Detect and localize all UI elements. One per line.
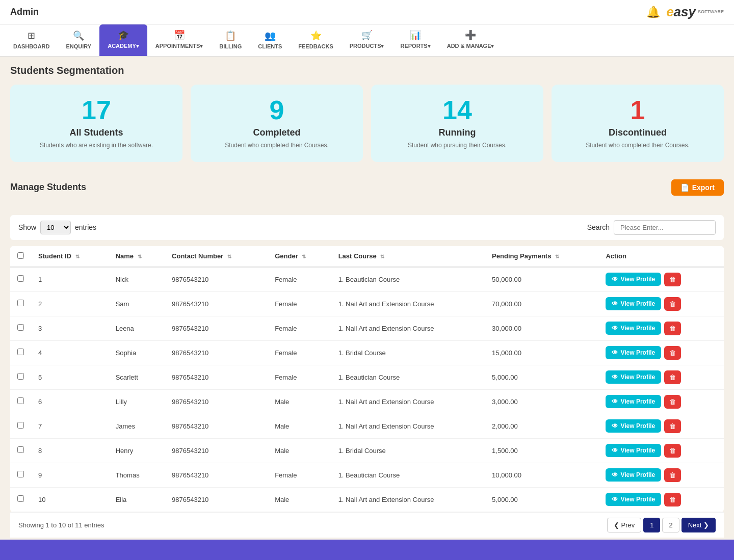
nav-clients[interactable]: 👥 CLIENTS [250, 25, 290, 56]
view-profile-button[interactable]: 👁 View Profile [606, 297, 661, 310]
sort-id-icon[interactable]: ⇅ [75, 254, 80, 259]
view-profile-button[interactable]: 👁 View Profile [606, 419, 661, 433]
show-label: Show [18, 223, 36, 231]
stat-completed-desc: Student who completed their Courses. [201, 141, 353, 150]
eye-icon: 👁 [612, 398, 618, 405]
nav-appointments[interactable]: 📅 APPOINTMENTS▾ [147, 24, 211, 56]
prev-button[interactable]: ❮ Prev [607, 518, 641, 532]
bell-icon[interactable]: 🔔 [646, 6, 660, 19]
delete-button[interactable]: 🗑 [664, 273, 681, 286]
view-profile-label: View Profile [620, 325, 655, 332]
academy-icon: 🎓 [118, 30, 129, 41]
nav-feedbacks[interactable]: ⭐ FEEDBACKS [290, 25, 341, 56]
row-checkbox-6[interactable] [17, 397, 24, 404]
nav-academy[interactable]: 🎓 ACADEMY▾ [99, 24, 147, 56]
sort-course-icon[interactable]: ⇅ [380, 254, 384, 259]
row-checkbox-2[interactable] [17, 300, 24, 306]
stat-discontinued-desc: Student who completed their Courses. [562, 141, 714, 150]
delete-button[interactable]: 🗑 [664, 370, 681, 384]
delete-button[interactable]: 🗑 [664, 468, 681, 482]
cell-name: Henry [109, 438, 165, 463]
nav-dashboard[interactable]: ⊞ DASHBOARD [5, 25, 58, 56]
stat-all-students[interactable]: 17 All Students Students who are existin… [10, 85, 182, 162]
row-checkbox-4[interactable] [17, 349, 24, 355]
table-row: 7 James 9876543210 Male 1. Nail Art and … [10, 414, 724, 438]
cell-gender: Female [268, 463, 331, 487]
view-profile-button[interactable]: 👁 View Profile [606, 493, 661, 506]
page-1-button[interactable]: 1 [643, 518, 660, 532]
cell-name: Leena [109, 316, 165, 340]
stat-completed-title: Completed [201, 127, 353, 138]
view-profile-button[interactable]: 👁 View Profile [606, 370, 661, 384]
entries-select[interactable]: 10 25 50 100 [40, 221, 71, 234]
view-profile-button[interactable]: 👁 View Profile [606, 346, 661, 359]
row-checkbox-cell [10, 438, 31, 463]
stat-completed[interactable]: 9 Completed Student who completed their … [191, 85, 363, 162]
delete-button[interactable]: 🗑 [664, 297, 681, 311]
nav-enquiry[interactable]: 🔍 ENQUIRY [58, 25, 100, 56]
cell-pending: 5,000.00 [485, 487, 598, 512]
sort-gender-icon[interactable]: ⇅ [302, 254, 306, 259]
stat-running[interactable]: 14 Running Student who pursuing their Co… [371, 85, 543, 162]
select-all-checkbox[interactable] [17, 252, 24, 259]
cell-name: Ella [109, 487, 165, 512]
cell-last-course: 1. Beautician Course [331, 267, 485, 292]
cell-action: 👁 View Profile 🗑 [598, 291, 724, 316]
stats-row: 17 All Students Students who are existin… [10, 85, 724, 162]
sort-pending-icon[interactable]: ⇅ [555, 254, 559, 259]
delete-button[interactable]: 🗑 [664, 322, 681, 335]
view-profile-button[interactable]: 👁 View Profile [606, 395, 661, 408]
stat-discontinued[interactable]: 1 Discontinued Student who completed the… [552, 85, 724, 162]
cell-contact: 9876543210 [165, 365, 268, 389]
cell-action: 👁 View Profile 🗑 [598, 316, 724, 340]
show-entries-group: Show 10 25 50 100 entries [18, 221, 96, 234]
cell-gender: Female [268, 267, 331, 292]
manage-title: Manage Students [10, 182, 86, 193]
stat-discontinued-title: Discontinued [562, 127, 714, 138]
table-controls: Show 10 25 50 100 entries Search [10, 215, 724, 240]
delete-button[interactable]: 🗑 [664, 395, 681, 409]
row-checkbox-5[interactable] [17, 373, 24, 380]
cell-name: Sam [109, 291, 165, 316]
cell-gender: Male [268, 438, 331, 463]
delete-button[interactable]: 🗑 [664, 493, 681, 506]
view-profile-button[interactable]: 👁 View Profile [606, 444, 661, 457]
row-checkbox-7[interactable] [17, 422, 24, 429]
stat-running-desc: Student who pursuing their Courses. [381, 141, 533, 150]
trash-icon: 🗑 [669, 374, 676, 381]
cell-student-id: 9 [31, 463, 109, 487]
export-file-icon: 📄 [680, 183, 689, 192]
nav-add-manage[interactable]: ➕ ADD & MANAGE▾ [439, 24, 503, 56]
row-checkbox-10[interactable] [17, 495, 24, 502]
cell-action: 👁 View Profile 🗑 [598, 365, 724, 389]
delete-button[interactable]: 🗑 [664, 419, 681, 433]
sort-contact-icon[interactable]: ⇅ [227, 254, 231, 259]
row-checkbox-9[interactable] [17, 471, 24, 477]
page-2-button[interactable]: 2 [662, 518, 679, 532]
delete-button[interactable]: 🗑 [664, 444, 681, 458]
delete-button[interactable]: 🗑 [664, 346, 681, 360]
row-checkbox-3[interactable] [17, 324, 24, 331]
appointments-icon: 📅 [174, 30, 185, 41]
eye-icon: 👁 [612, 447, 618, 454]
stat-all-desc: Students who are existing in the softwar… [20, 141, 172, 150]
sort-name-icon[interactable]: ⇅ [138, 254, 142, 259]
cell-last-course: 1. Nail Art and Extension Course [331, 487, 485, 512]
cell-action: 👁 View Profile 🗑 [598, 340, 724, 365]
nav-reports[interactable]: 📊 REPORTS▾ [392, 24, 439, 56]
nav-products[interactable]: 🛒 PRODUCTS▾ [342, 24, 392, 56]
view-profile-button[interactable]: 👁 View Profile [606, 468, 661, 482]
view-profile-button[interactable]: 👁 View Profile [606, 273, 661, 286]
cell-student-id: 6 [31, 389, 109, 414]
cell-student-id: 2 [31, 291, 109, 316]
nav-billing[interactable]: 📋 BILLING [211, 25, 250, 56]
next-button[interactable]: Next ❯ [681, 518, 716, 532]
search-input[interactable] [614, 220, 716, 235]
row-checkbox-1[interactable] [17, 275, 24, 282]
page-content: Students Segmentation 17 All Students St… [0, 57, 734, 560]
view-profile-button[interactable]: 👁 View Profile [606, 322, 661, 335]
export-button[interactable]: 📄 Export [671, 179, 724, 196]
cell-contact: 9876543210 [165, 316, 268, 340]
row-checkbox-8[interactable] [17, 446, 24, 453]
cell-student-id: 10 [31, 487, 109, 512]
